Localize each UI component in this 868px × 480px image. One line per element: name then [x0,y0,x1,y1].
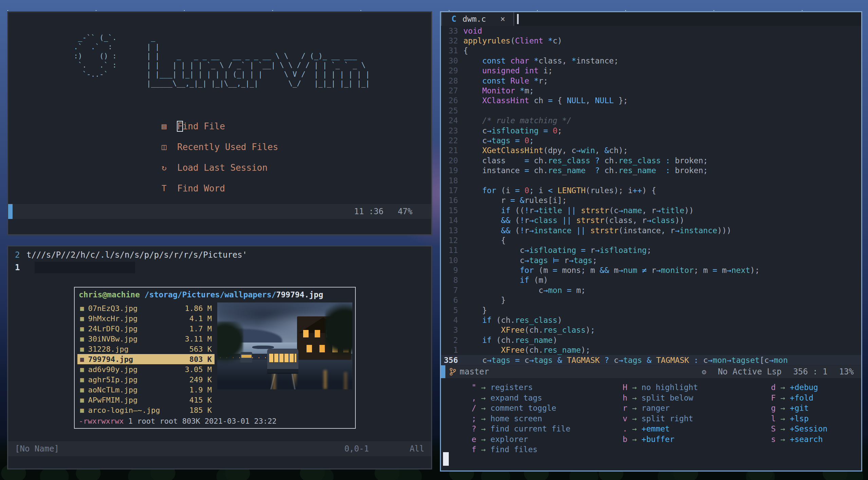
code-text: XClassHint ch = { NULL, NULL }; [463,96,628,105]
arrow-right-icon: → [632,435,637,444]
menu-item-label: Find File [177,121,225,131]
whichkey-binding: g→+git [764,403,828,413]
mode-indicator [8,204,13,219]
tab-dwm-c[interactable]: C dwm.c × [441,12,514,26]
file-row[interactable]: ▦aghr5Ip.jpg249 K [77,374,215,385]
whichkey-binding: d→+debug [764,382,828,393]
code-line: 30 const char *class, *instance; [441,56,861,66]
file-size: 3.05 M [185,365,212,374]
whichkey-binding: b→+buffer [616,434,698,445]
visual-selection-block [35,262,135,273]
code-text: } [463,296,506,304]
scroll-indicator: All [410,444,424,454]
whichkey-binding: .→+emmet [616,424,698,434]
file-row[interactable]: ▦31228.jpg563 K [77,344,215,354]
whichkey-description: home screen [491,414,542,423]
file-row[interactable]: ▦arco-login—~.jpg185 K [77,405,215,415]
arrow-right-icon: → [632,424,637,433]
window-editor[interactable]: C dwm.c × 33void32applyrules(Client *c)3… [440,11,862,472]
whichkey-key: b [616,435,627,444]
line-number: 24 [441,116,463,125]
arrow-right-icon: → [481,424,486,433]
whichkey-key: s [764,435,776,444]
arrow-right-icon: → [481,445,486,454]
file-row[interactable]: ▦799794.jpg803 K [77,354,215,364]
file-name: 31228.jpg [88,345,128,353]
image-file-icon: ▦ [80,335,84,343]
dashboard-cursor: F [177,121,183,131]
whichkey-description: +debug [790,383,818,392]
window-lunarvim-dashboard[interactable]: _-`` (_`. _ .` .` : | | :) () : | | _ _ … [7,11,432,235]
code-text: unsigned int i; [463,66,553,75]
cursor-position: 0,0-1 [344,444,369,454]
code-line: 31{ [441,46,861,56]
code-text: { [463,236,506,245]
whichkey-description: find files [491,445,537,454]
line-number: 26 [441,96,463,105]
reload-icon: ↻ [162,163,177,172]
whichkey-column-1: "→registers,→expand tags/→comment toggle… [465,382,570,455]
code-text: Monitor *m; [463,86,534,95]
code-text: if (m) [463,276,548,284]
whichkey-key: H [616,383,627,392]
file-name: aghr5Ip.jpg [88,375,137,384]
code-area[interactable]: 33void32applyrules(Client *c)31{30 const… [441,26,861,365]
whichkey-binding: l→+lsp [764,413,828,424]
whichkey-description: +lsp [790,414,809,423]
whichkey-key: F [764,393,776,402]
file-row[interactable]: ▦30iNVBw.jpg3.11 M [77,334,215,344]
whichkey-key: v [616,414,627,423]
code-text: c→isfloating = 0; [463,126,562,135]
window-file-picker[interactable]: 2 t///s/P//2/h/c/.l/s/n/s/p/p/s/r/r/s/Pi… [7,245,432,469]
current-file: 799794.jpg [276,290,323,299]
file-size: 4.1 M [189,314,212,323]
whichkey-key: . [616,424,627,433]
whichkey-column-3: d→+debugF→+foldg→+gitl→+lspS→+Sessions→+… [764,382,828,444]
menu-item-recently-used-files[interactable]: ◫Recently Used Files [162,142,278,152]
menu-item-find-word[interactable]: TFind Word [162,184,278,193]
code-line: 1 XFree(ch.res_name); [441,345,861,355]
code-line: 24 /* rule matching */ [441,116,861,126]
code-text: if ((!r→title || strstr(c→name, r→title)… [463,206,694,215]
file-size: 185 K [189,406,212,414]
buffer-name: [No Name] [15,444,59,454]
code-text: instance = ch.res_name ? ch.res_name : b… [463,166,708,175]
tabline-caret [517,14,519,24]
code-line: 18 [441,176,861,185]
whichkey-description: +Session [790,424,828,433]
file-row[interactable]: ▦ad6v90y.jpg3.05 M [77,364,215,374]
whichkey-description: explorer [491,435,528,444]
arrow-right-icon: → [780,435,785,444]
line-number: 23 [441,126,463,135]
mode-indicator [441,365,445,378]
code-line: 22 c→tags = 0; [441,135,861,145]
code-text: XGetClassHint(dpy, c→win, &ch); [463,146,628,155]
file-manager-header: chris@machine /storag/Pictures/wallpaper… [75,288,355,300]
code-line: 3 XFree(ch.res_class); [441,325,861,335]
code-text: void [463,26,482,35]
file-size: 563 K [189,345,212,353]
file-row[interactable]: ▦9hMxcHr.jpg4.1 M [77,313,215,324]
file-row[interactable]: ▦07nEzQ3.jpg1.86 M [77,303,215,313]
lsp-icon: ⚙ [702,368,706,376]
menu-item-load-last-session[interactable]: ↻Load Last Session [162,163,278,172]
whichkey-key: l [764,414,776,423]
line-number: 10 [441,256,463,265]
file-row[interactable]: ▦aoNcTLm.jpg1.9 M [77,385,215,395]
arrow-right-icon: → [780,393,785,402]
line-number: 5 [441,306,463,315]
whichkey-description: +emmet [642,424,670,433]
tab-close-icon[interactable]: × [500,14,505,24]
code-text: && (!r→class || strstr(class, r→class)) [463,216,684,225]
line-number: 22 [441,136,463,145]
file-row[interactable]: ▦24LrDFQ.jpg1.7 M [77,324,215,334]
current-path: /storag/Pictures/wallpapers/ [140,290,276,299]
code-line: 12 { [441,235,861,245]
file-row[interactable]: ▦APwFMIM.jpg415 K [77,395,215,405]
line-number: 2 [441,336,463,345]
code-line: 21 XGetClassHint(dpy, c→win, &ch); [441,146,861,155]
menu-item-find-file[interactable]: ▤Find File [162,122,278,131]
line-number: 12 [441,236,463,245]
code-line: 16 r = &rules[i]; [441,196,861,205]
code-line: 9 for (m = mons; m && m→num ≠ r→monitor;… [441,265,861,275]
